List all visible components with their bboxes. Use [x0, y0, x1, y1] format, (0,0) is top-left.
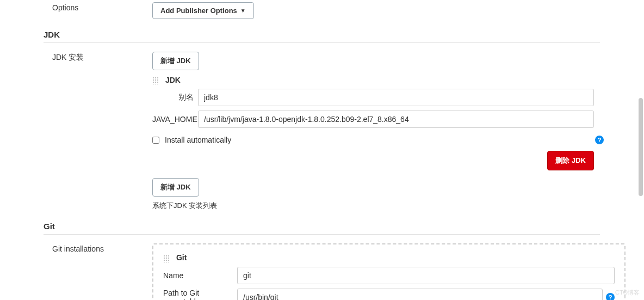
git-install-label: Git installations — [44, 241, 152, 256]
add-publisher-options-button[interactable]: Add Publisher Options ▼ — [152, 2, 254, 19]
jdk-home-input[interactable] — [198, 111, 594, 128]
jdk-install-label: JDK 安装 — [44, 50, 152, 66]
drag-handle-icon[interactable] — [163, 255, 170, 262]
jdk-home-label: JAVA_HOME — [152, 115, 198, 124]
git-name-label: Name — [163, 271, 237, 280]
watermark: CTO博客 — [615, 289, 640, 297]
git-name-input[interactable] — [237, 267, 615, 284]
jdk-alias-input[interactable] — [198, 89, 594, 106]
help-icon[interactable]: ? — [595, 136, 604, 144]
git-path-input[interactable] — [237, 289, 603, 300]
jdk-list-description: 系统下JDK 安装列表 — [152, 201, 626, 211]
jdk-alias-label: 别名 — [152, 93, 198, 102]
chevron-down-icon: ▼ — [240, 8, 246, 14]
git-tool-title: Git — [176, 253, 187, 262]
git-installation-box: Git Name Path to Git executable ? Instal… — [152, 243, 626, 300]
git-path-label: Path to Git executable — [163, 289, 237, 300]
drag-handle-icon[interactable] — [152, 77, 159, 84]
help-icon[interactable]: ? — [606, 293, 615, 300]
jdk-install-auto-checkbox[interactable] — [152, 137, 159, 144]
jdk-section-title: JDK — [44, 25, 600, 43]
scrollbar[interactable] — [639, 98, 643, 196]
jdk-add-button-2[interactable]: 新增 JDK — [152, 178, 199, 197]
jdk-install-auto-label: Install automatically — [165, 136, 231, 144]
add-publisher-options-label: Add Publisher Options — [160, 7, 237, 15]
git-section-title: Git — [44, 216, 600, 235]
jdk-delete-button[interactable]: 删除 JDK — [547, 151, 594, 170]
jdk-add-button[interactable]: 新增 JDK — [152, 52, 199, 70]
options-label: Options — [44, 0, 152, 15]
jdk-tool-title: JDK — [165, 76, 181, 84]
